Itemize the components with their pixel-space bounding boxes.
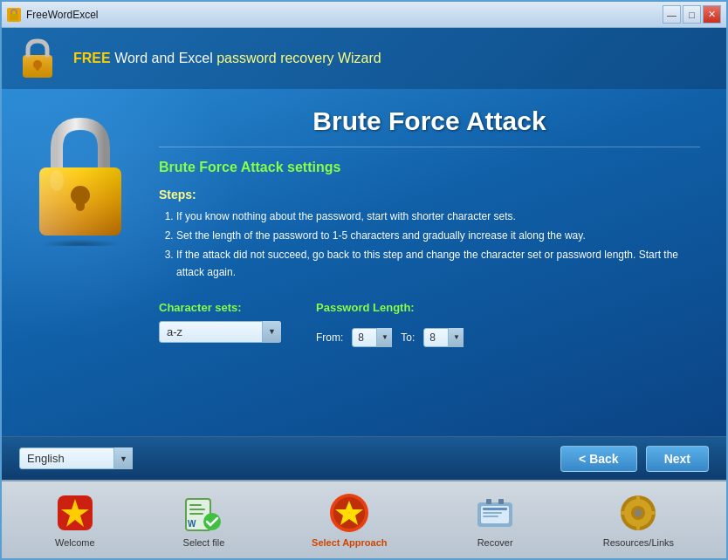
header-highlight: password recovery Wizard (216, 51, 381, 65)
password-length-label: Password Length: (316, 301, 464, 314)
maximize-button[interactable]: □ (683, 5, 701, 24)
to-label: To: (401, 331, 415, 344)
svg-rect-27 (483, 516, 498, 517)
svg-rect-36 (621, 511, 629, 515)
main-content-area: Brute Force Attack Brute Force Attack se… (2, 89, 726, 480)
svg-point-5 (41, 239, 120, 246)
section-subtitle: Brute Force Attack settings (159, 160, 700, 175)
app-icon (7, 8, 21, 22)
svg-rect-25 (483, 508, 507, 510)
select-approach-icon (328, 492, 370, 534)
svg-rect-35 (636, 522, 640, 530)
toolbar-item-select-approach[interactable]: Select Approach (303, 488, 395, 551)
header-free: FREE (73, 51, 111, 65)
app-header: FREE Word and Excel password recovery Wi… (2, 28, 726, 89)
title-bar-text: FreeWordExcel (26, 9, 663, 21)
char-sets-label: Character sets: (159, 301, 281, 314)
footer-toolbar: Welcome W Select file Select Ap (2, 480, 726, 558)
minimize-button[interactable]: — (663, 5, 681, 24)
recover-icon (474, 492, 516, 534)
svg-rect-15 (189, 504, 202, 506)
from-select-wrapper: 1234 5678 910 ▼ (352, 328, 392, 347)
resources-icon (617, 492, 659, 534)
recover-label: Recover (477, 537, 513, 548)
step-1: If you know nothing about the password, … (176, 208, 700, 225)
svg-rect-9 (76, 195, 85, 211)
close-button[interactable]: ✕ (703, 5, 721, 24)
header-title: FREE Word and Excel password recovery Wi… (73, 51, 381, 66)
svg-rect-37 (647, 511, 656, 515)
toolbar-item-resources[interactable]: Resources/Links (594, 488, 683, 551)
toolbar-item-recover[interactable]: Recover (465, 488, 525, 551)
main-window: FreeWordExcel — □ ✕ FREE Word and Excel (0, 0, 728, 560)
char-sets-select[interactable]: a-z a-zA-Z a-z0-9 a-zA-Z0-9 All printabl… (159, 321, 281, 343)
nav-buttons: < Back Next (560, 446, 709, 472)
welcome-label: Welcome (55, 537, 95, 548)
section-divider (159, 147, 700, 147)
svg-rect-34 (636, 495, 640, 504)
to-select[interactable]: 1234 5678 910 (423, 328, 464, 347)
select-approach-label: Select Approach (312, 537, 387, 548)
svg-rect-28 (486, 499, 491, 504)
left-panel (2, 89, 159, 436)
password-length-group: Password Length: From: 1234 5678 910 ▼ (316, 301, 464, 347)
large-padlock-icon (24, 115, 137, 246)
from-label: From: (316, 331, 343, 344)
svg-rect-4 (36, 65, 39, 71)
back-button[interactable]: < Back (560, 446, 637, 472)
welcome-icon (54, 492, 96, 534)
right-content: Brute Force Attack Brute Force Attack se… (159, 89, 726, 436)
toolbar-item-welcome[interactable]: Welcome (45, 488, 105, 551)
svg-text:W: W (188, 519, 196, 529)
char-sets-wrapper: a-z a-zA-Z a-z0-9 a-zA-Z0-9 All printabl… (159, 321, 281, 343)
svg-rect-0 (10, 14, 18, 20)
svg-rect-16 (189, 509, 205, 510)
bottom-bar: English French German Spanish ▼ < Back N… (2, 436, 726, 480)
step-2: Set the length of the password to 1-5 ch… (176, 228, 700, 244)
char-sets-group: Character sets: a-z a-zA-Z a-z0-9 a-zA-Z… (159, 301, 281, 343)
steps-list: If you know nothing about the password, … (159, 208, 700, 283)
controls-row: Character sets: a-z a-zA-Z a-z0-9 a-zA-Z… (159, 301, 700, 347)
steps-label: Steps: (159, 188, 700, 201)
svg-point-10 (50, 170, 64, 191)
svg-point-33 (635, 509, 642, 516)
language-wrapper: English French German Spanish ▼ (19, 447, 133, 469)
select-file-label: Select file (183, 537, 225, 548)
title-bar: FreeWordExcel — □ ✕ (2, 2, 726, 28)
svg-rect-29 (498, 499, 504, 504)
content-wrapper: Brute Force Attack Brute Force Attack se… (2, 89, 726, 436)
toolbar-item-select-file[interactable]: W Select file (174, 488, 233, 551)
header-mid: Word and Excel (114, 51, 216, 65)
next-button[interactable]: Next (646, 446, 709, 472)
svg-rect-26 (483, 512, 502, 514)
select-file-icon: W (182, 492, 224, 534)
svg-rect-17 (189, 513, 203, 515)
resources-label: Resources/Links (603, 537, 674, 548)
length-inputs: From: 1234 5678 910 ▼ To: (316, 328, 464, 347)
from-select[interactable]: 1234 5678 910 (352, 328, 392, 347)
to-select-wrapper: 1234 5678 910 ▼ (423, 328, 464, 347)
step-3: If the attack did not succeed, go back t… (176, 247, 700, 280)
header-lock-icon (16, 36, 59, 81)
language-select[interactable]: English French German Spanish (19, 447, 133, 469)
title-bar-buttons: — □ ✕ (663, 5, 721, 24)
page-title: Brute Force Attack (159, 106, 700, 136)
